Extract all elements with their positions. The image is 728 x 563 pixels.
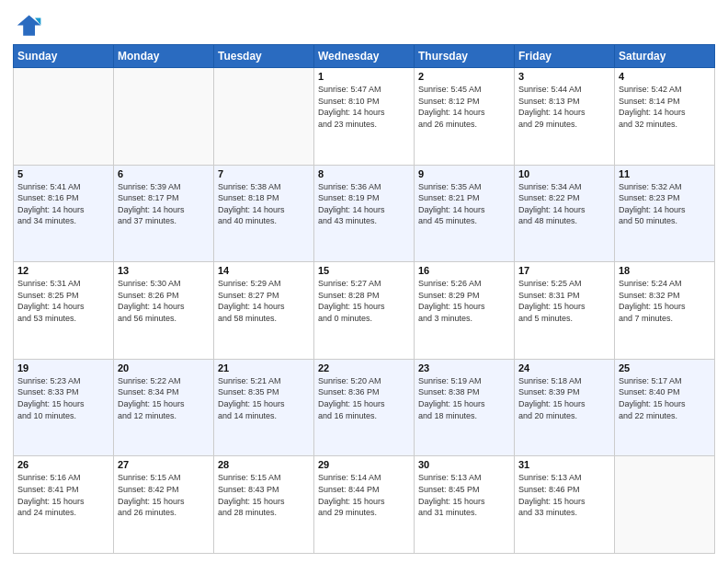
page-container: SundayMondayTuesdayWednesdayThursdayFrid… [0, 0, 728, 563]
day-info: Sunrise: 5:32 AM Sunset: 8:23 PM Dayligh… [619, 181, 711, 227]
calendar-table: SundayMondayTuesdayWednesdayThursdayFrid… [13, 44, 715, 554]
calendar-cell: 25Sunrise: 5:17 AM Sunset: 8:40 PM Dayli… [615, 359, 715, 456]
day-info: Sunrise: 5:19 AM Sunset: 8:38 PM Dayligh… [418, 375, 510, 421]
day-info: Sunrise: 5:20 AM Sunset: 8:36 PM Dayligh… [318, 375, 410, 421]
day-number: 11 [619, 168, 711, 179]
calendar-week-4: 19Sunrise: 5:23 AM Sunset: 8:33 PM Dayli… [14, 359, 715, 456]
day-info: Sunrise: 5:31 AM Sunset: 8:25 PM Dayligh… [17, 278, 109, 324]
day-number: 9 [418, 168, 510, 179]
calendar-cell: 2Sunrise: 5:45 AM Sunset: 8:12 PM Daylig… [415, 68, 515, 166]
calendar-cell: 6Sunrise: 5:39 AM Sunset: 8:17 PM Daylig… [114, 165, 214, 262]
calendar-week-3: 12Sunrise: 5:31 AM Sunset: 8:25 PM Dayli… [14, 262, 715, 360]
calendar-cell: 3Sunrise: 5:44 AM Sunset: 8:13 PM Daylig… [515, 68, 615, 166]
weekday-header-sunday: Sunday [14, 45, 114, 68]
day-info: Sunrise: 5:34 AM Sunset: 8:22 PM Dayligh… [518, 181, 610, 227]
calendar-cell: 14Sunrise: 5:29 AM Sunset: 8:27 PM Dayli… [214, 262, 314, 360]
day-info: Sunrise: 5:17 AM Sunset: 8:40 PM Dayligh… [619, 375, 711, 421]
day-number: 1 [318, 71, 410, 82]
day-info: Sunrise: 5:25 AM Sunset: 8:31 PM Dayligh… [518, 278, 610, 324]
calendar-cell: 26Sunrise: 5:16 AM Sunset: 8:41 PM Dayli… [14, 456, 114, 554]
calendar-cell: 22Sunrise: 5:20 AM Sunset: 8:36 PM Dayli… [314, 359, 415, 456]
calendar-cell: 31Sunrise: 5:13 AM Sunset: 8:46 PM Dayli… [515, 456, 615, 554]
weekday-header-thursday: Thursday [415, 45, 515, 68]
day-info: Sunrise: 5:23 AM Sunset: 8:33 PM Dayligh… [17, 375, 109, 421]
day-info: Sunrise: 5:18 AM Sunset: 8:39 PM Dayligh… [518, 375, 610, 421]
day-number: 30 [418, 459, 510, 470]
day-info: Sunrise: 5:27 AM Sunset: 8:28 PM Dayligh… [318, 278, 410, 324]
calendar-cell: 4Sunrise: 5:42 AM Sunset: 8:14 PM Daylig… [615, 68, 715, 166]
day-info: Sunrise: 5:16 AM Sunset: 8:41 PM Dayligh… [17, 472, 109, 518]
weekday-header-tuesday: Tuesday [214, 45, 314, 68]
calendar-cell: 11Sunrise: 5:32 AM Sunset: 8:23 PM Dayli… [615, 165, 715, 262]
day-info: Sunrise: 5:47 AM Sunset: 8:10 PM Dayligh… [318, 84, 410, 130]
day-info: Sunrise: 5:36 AM Sunset: 8:19 PM Dayligh… [318, 181, 410, 227]
day-number: 24 [518, 362, 610, 373]
calendar-cell: 9Sunrise: 5:35 AM Sunset: 8:21 PM Daylig… [415, 165, 515, 262]
day-info: Sunrise: 5:41 AM Sunset: 8:16 PM Dayligh… [17, 181, 109, 227]
day-number: 5 [17, 168, 109, 179]
day-info: Sunrise: 5:35 AM Sunset: 8:21 PM Dayligh… [418, 181, 510, 227]
calendar-week-5: 26Sunrise: 5:16 AM Sunset: 8:41 PM Dayli… [14, 456, 715, 554]
day-info: Sunrise: 5:26 AM Sunset: 8:29 PM Dayligh… [418, 278, 510, 324]
day-number: 15 [318, 265, 410, 276]
day-number: 29 [318, 459, 410, 470]
calendar-body: 1Sunrise: 5:47 AM Sunset: 8:10 PM Daylig… [14, 68, 715, 554]
calendar-cell: 7Sunrise: 5:38 AM Sunset: 8:18 PM Daylig… [214, 165, 314, 262]
calendar-cell: 15Sunrise: 5:27 AM Sunset: 8:28 PM Dayli… [314, 262, 415, 360]
day-info: Sunrise: 5:42 AM Sunset: 8:14 PM Dayligh… [619, 84, 711, 130]
calendar-cell: 29Sunrise: 5:14 AM Sunset: 8:44 PM Dayli… [314, 456, 415, 554]
day-number: 4 [619, 71, 711, 82]
day-number: 28 [218, 459, 310, 470]
weekday-header-row: SundayMondayTuesdayWednesdayThursdayFrid… [14, 45, 715, 68]
day-info: Sunrise: 5:14 AM Sunset: 8:44 PM Dayligh… [318, 472, 410, 518]
weekday-header-saturday: Saturday [615, 45, 715, 68]
day-info: Sunrise: 5:38 AM Sunset: 8:18 PM Dayligh… [218, 181, 310, 227]
header [13, 9, 715, 39]
weekday-header-monday: Monday [114, 45, 214, 68]
day-info: Sunrise: 5:39 AM Sunset: 8:17 PM Dayligh… [118, 181, 210, 227]
day-number: 26 [17, 459, 109, 470]
day-number: 22 [318, 362, 410, 373]
day-info: Sunrise: 5:15 AM Sunset: 8:42 PM Dayligh… [118, 472, 210, 518]
calendar-week-1: 1Sunrise: 5:47 AM Sunset: 8:10 PM Daylig… [14, 68, 715, 166]
day-info: Sunrise: 5:45 AM Sunset: 8:12 PM Dayligh… [418, 84, 510, 130]
calendar-cell: 8Sunrise: 5:36 AM Sunset: 8:19 PM Daylig… [314, 165, 415, 262]
day-number: 6 [118, 168, 210, 179]
day-number: 27 [118, 459, 210, 470]
calendar-cell: 16Sunrise: 5:26 AM Sunset: 8:29 PM Dayli… [415, 262, 515, 360]
logo [13, 9, 46, 39]
calendar-cell: 18Sunrise: 5:24 AM Sunset: 8:32 PM Dayli… [615, 262, 715, 360]
day-number: 19 [17, 362, 109, 373]
day-info: Sunrise: 5:21 AM Sunset: 8:35 PM Dayligh… [218, 375, 310, 421]
day-number: 31 [518, 459, 610, 470]
calendar-week-2: 5Sunrise: 5:41 AM Sunset: 8:16 PM Daylig… [14, 165, 715, 262]
day-number: 14 [218, 265, 310, 276]
day-info: Sunrise: 5:30 AM Sunset: 8:26 PM Dayligh… [118, 278, 210, 324]
day-number: 2 [418, 71, 510, 82]
calendar-cell: 24Sunrise: 5:18 AM Sunset: 8:39 PM Dayli… [515, 359, 615, 456]
day-number: 8 [318, 168, 410, 179]
day-info: Sunrise: 5:13 AM Sunset: 8:45 PM Dayligh… [418, 472, 510, 518]
day-number: 16 [418, 265, 510, 276]
day-info: Sunrise: 5:44 AM Sunset: 8:13 PM Dayligh… [518, 84, 610, 130]
weekday-header-wednesday: Wednesday [314, 45, 415, 68]
day-number: 25 [619, 362, 711, 373]
day-info: Sunrise: 5:22 AM Sunset: 8:34 PM Dayligh… [118, 375, 210, 421]
day-number: 12 [17, 265, 109, 276]
day-info: Sunrise: 5:13 AM Sunset: 8:46 PM Dayligh… [518, 472, 610, 518]
day-number: 3 [518, 71, 610, 82]
calendar-cell: 20Sunrise: 5:22 AM Sunset: 8:34 PM Dayli… [114, 359, 214, 456]
calendar-cell: 1Sunrise: 5:47 AM Sunset: 8:10 PM Daylig… [314, 68, 415, 166]
day-number: 13 [118, 265, 210, 276]
day-number: 21 [218, 362, 310, 373]
calendar-cell: 13Sunrise: 5:30 AM Sunset: 8:26 PM Dayli… [114, 262, 214, 360]
calendar-cell: 10Sunrise: 5:34 AM Sunset: 8:22 PM Dayli… [515, 165, 615, 262]
day-number: 18 [619, 265, 711, 276]
calendar-cell [14, 68, 114, 166]
calendar-cell: 27Sunrise: 5:15 AM Sunset: 8:42 PM Dayli… [114, 456, 214, 554]
calendar-cell: 12Sunrise: 5:31 AM Sunset: 8:25 PM Dayli… [14, 262, 114, 360]
weekday-header-friday: Friday [515, 45, 615, 68]
logo-icon [13, 9, 42, 39]
calendar-cell: 28Sunrise: 5:15 AM Sunset: 8:43 PM Dayli… [214, 456, 314, 554]
calendar-cell [615, 456, 715, 554]
